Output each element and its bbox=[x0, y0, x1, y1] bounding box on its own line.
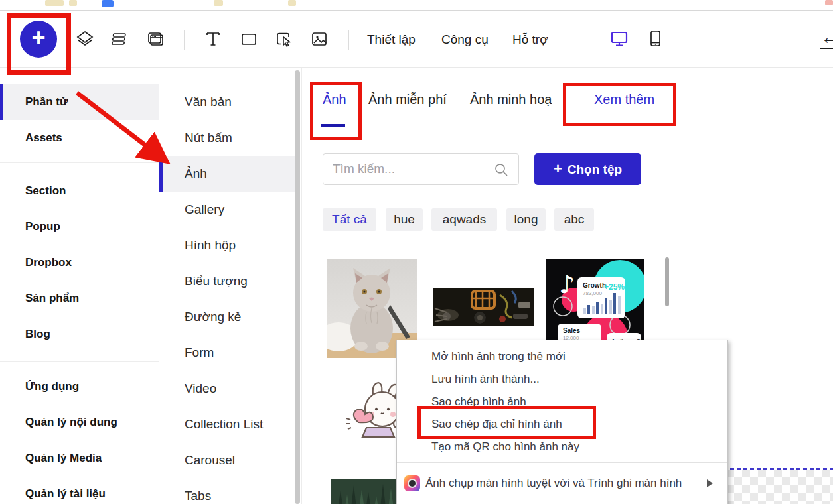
filter-chip-long[interactable]: long bbox=[506, 208, 546, 231]
sidebar-item-quan-ly-media[interactable]: Quản lý Media bbox=[0, 440, 159, 476]
app-window: + bbox=[0, 0, 833, 504]
dark-tools-photo[interactable] bbox=[433, 288, 534, 326]
sidebar-item-assets[interactable]: Assets bbox=[0, 120, 159, 156]
tab-anh[interactable]: Ảnh bbox=[323, 86, 346, 113]
button-tool-icon[interactable] bbox=[273, 29, 293, 49]
shape-tool-icon[interactable] bbox=[239, 29, 259, 49]
element-item-duong-ke[interactable]: Đường kẻ bbox=[159, 299, 297, 335]
sections-icon[interactable] bbox=[110, 29, 130, 49]
tab-xem-them[interactable]: Xem thêm bbox=[594, 86, 654, 113]
tab-anh-minh-hoa[interactable]: Ảnh minh hoạ bbox=[470, 86, 552, 113]
svg-text:+25%: +25% bbox=[604, 283, 625, 292]
element-item-van-ban[interactable]: Văn bản bbox=[159, 84, 297, 120]
element-item-gallery[interactable]: Gallery bbox=[159, 192, 297, 227]
filter-chip-aqwads[interactable]: aqwads bbox=[431, 208, 497, 231]
text-tool-icon[interactable] bbox=[203, 29, 223, 49]
pages-icon[interactable] bbox=[145, 29, 165, 49]
left-sidebar: Phần tử Assets Section Popup Dropbox Sản… bbox=[0, 68, 159, 504]
sidebar-item-popup[interactable]: Popup bbox=[0, 209, 159, 245]
element-item-collection-list[interactable]: Collection List bbox=[159, 407, 297, 442]
screenshot-extension-icon bbox=[404, 475, 420, 491]
bookmark-fragment bbox=[214, 0, 223, 6]
svg-text:♪: ♪ bbox=[559, 270, 575, 299]
menu-cong-cu[interactable]: Công cụ bbox=[441, 11, 489, 68]
toolbar-divider bbox=[184, 30, 185, 50]
svg-text:Growth: Growth bbox=[583, 282, 606, 289]
svg-text:783,000: 783,000 bbox=[583, 290, 602, 296]
ctx-screenshot-extension[interactable]: Ảnh chụp màn hình tuyệt vời và Trình ghi… bbox=[397, 467, 727, 500]
bookmark-fragment bbox=[45, 0, 64, 6]
element-item-nut-bam[interactable]: Nút bấm bbox=[159, 120, 297, 156]
search-input[interactable] bbox=[333, 154, 492, 184]
element-item-carousel[interactable]: Carousel bbox=[159, 442, 297, 478]
editor-toolbar: + bbox=[0, 11, 833, 68]
element-item-anh[interactable]: Ảnh bbox=[159, 156, 297, 192]
active-tab-underline bbox=[321, 124, 345, 127]
bookmark-fragment bbox=[69, 0, 77, 6]
menu-ho-tro[interactable]: Hỗ trợ bbox=[512, 11, 548, 68]
camera-lens-icon bbox=[408, 479, 417, 488]
sidebar-item-quan-ly-noi-dung[interactable]: Quản lý nội dung bbox=[0, 405, 159, 440]
sidebar-item-san-pham[interactable]: Sản phẩm bbox=[0, 281, 159, 316]
elements-panel: Văn bản Nút bấm Ảnh Gallery Hình hộp Biể… bbox=[159, 68, 302, 504]
menu-thiet-lap[interactable]: Thiết lập bbox=[367, 11, 416, 68]
elements-panel-scrollbar[interactable] bbox=[295, 70, 300, 504]
sidebar-item-phan-tu[interactable]: Phần tử bbox=[0, 84, 159, 120]
filter-chip-abc[interactable]: abc bbox=[554, 208, 594, 231]
filter-chip-tat-ca[interactable]: Tất cả bbox=[323, 208, 376, 231]
layers-icon[interactable] bbox=[75, 29, 95, 49]
sidebar-item-dropbox[interactable]: Dropbox bbox=[0, 245, 159, 281]
search-box bbox=[323, 153, 519, 185]
ctx-create-qr-for-image[interactable]: Tạo mã QR cho hình ảnh này bbox=[397, 436, 727, 458]
desktop-view-icon[interactable] bbox=[609, 29, 629, 48]
element-item-tabs[interactable]: Tabs bbox=[159, 478, 297, 504]
mobile-view-icon[interactable] bbox=[645, 29, 665, 48]
search-icon[interactable] bbox=[493, 162, 509, 178]
media-panel-scrollbar[interactable] bbox=[665, 257, 669, 306]
sidebar-divider bbox=[0, 361, 159, 362]
ctx-open-image-new-tab[interactable]: Mở hình ảnh trong thẻ mới bbox=[397, 346, 727, 368]
element-item-form[interactable]: Form bbox=[159, 335, 297, 371]
bookmark-fragment bbox=[825, 0, 833, 5]
image-tool-icon[interactable] bbox=[309, 29, 329, 49]
ctx-copy-image-address[interactable]: Sao chép địa chỉ hình ảnh bbox=[397, 413, 727, 436]
sidebar-item-quan-ly-tai-lieu[interactable]: Quản lý tài liệu bbox=[0, 476, 159, 504]
browser-bookmarks-strip bbox=[0, 0, 833, 11]
tab-anh-mien-phi[interactable]: Ảnh miễn phí bbox=[368, 86, 447, 113]
undo-icon[interactable]: ← bbox=[820, 27, 833, 54]
browser-context-menu: Mở hình ảnh trong thẻ mới Lưu hình ảnh t… bbox=[396, 340, 728, 504]
choose-file-button[interactable]: +Chọn tệp bbox=[534, 153, 641, 185]
tabbar-border bbox=[302, 131, 670, 131]
ctx-save-image-as[interactable]: Lưu hình ảnh thành... bbox=[397, 368, 727, 391]
bookmark-fragment bbox=[288, 0, 296, 6]
sidebar-divider bbox=[0, 162, 159, 163]
add-element-button[interactable]: + bbox=[20, 21, 57, 58]
element-item-video[interactable]: Video bbox=[159, 371, 297, 407]
element-item-hinh-hop[interactable]: Hình hộp bbox=[159, 227, 297, 263]
submenu-arrow-icon bbox=[707, 479, 713, 487]
sidebar-item-section[interactable]: Section bbox=[0, 173, 159, 209]
element-item-bieu-tuong[interactable]: Biểu tượng bbox=[159, 263, 297, 299]
plus-icon: + bbox=[554, 160, 562, 177]
ctx-copy-image[interactable]: Sao chép hình ảnh bbox=[397, 391, 727, 413]
svg-text:Sales: Sales bbox=[563, 327, 581, 334]
bookmark-favicon-fragment bbox=[102, 0, 114, 7]
context-menu-separator bbox=[397, 462, 727, 463]
sidebar-item-ung-dung[interactable]: Ứng dụng bbox=[0, 369, 159, 405]
filter-chip-hue[interactable]: hue bbox=[386, 208, 423, 231]
sidebar-item-blog[interactable]: Blog bbox=[0, 316, 159, 352]
toolbar-divider bbox=[348, 30, 349, 50]
